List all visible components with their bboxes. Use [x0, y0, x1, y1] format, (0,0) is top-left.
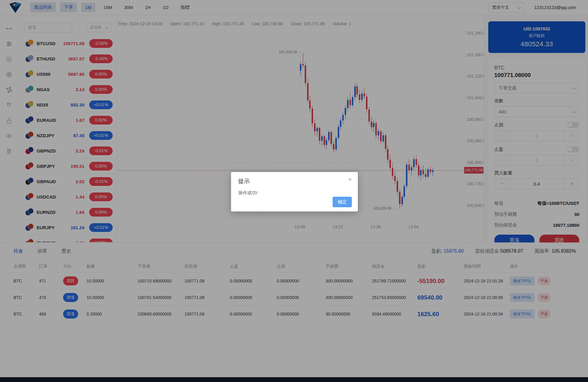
close-icon[interactable]: ×: [348, 176, 352, 182]
alert-dialog: 提示 × 操作成功! 确定: [231, 172, 358, 211]
dialog-title: 提示: [238, 177, 351, 185]
confirm-button[interactable]: 确定: [333, 197, 352, 207]
trading-app: 產品列表下單1M15M30M1H1D指標 繁体中文 123123123@qq.c…: [0, 0, 588, 382]
dialog-message: 操作成功!: [238, 190, 351, 196]
